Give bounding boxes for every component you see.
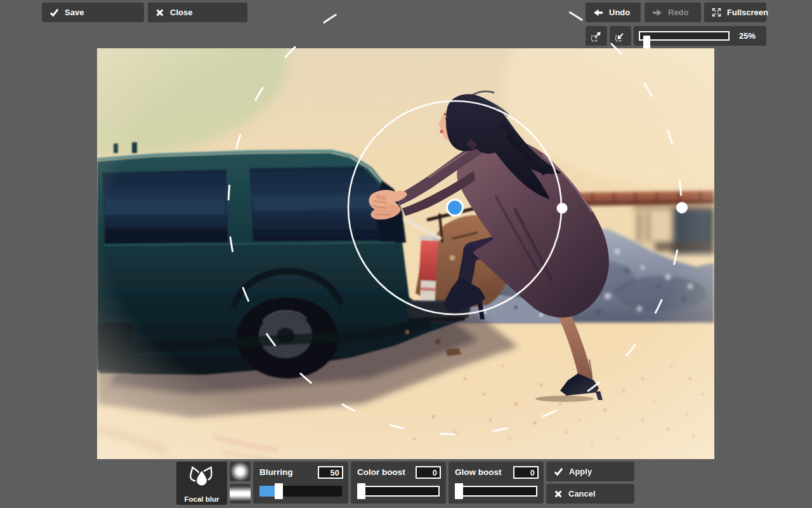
- apply-button[interactable]: Apply: [546, 462, 634, 481]
- blurring-slider-handle[interactable]: [275, 483, 283, 499]
- color-boost-label: Color boost: [357, 467, 405, 477]
- save-label: Save: [65, 8, 84, 17]
- zoom-slider-track[interactable]: [639, 31, 730, 41]
- zoom-in-icon: [590, 30, 603, 43]
- blurring-slider-fill: [259, 486, 276, 497]
- blurring-slider-track[interactable]: [259, 486, 342, 497]
- blurring-value-input[interactable]: [318, 466, 343, 479]
- fullscreen-icon: [712, 8, 721, 17]
- color-boost-slider-handle[interactable]: [357, 483, 365, 499]
- zoom-level-value: 25%: [739, 26, 756, 46]
- glow-boost-control-panel: Glow boost: [449, 462, 544, 504]
- close-button[interactable]: Close: [148, 3, 247, 22]
- zoom-out-icon: [614, 30, 627, 43]
- apply-check-icon: [554, 467, 563, 476]
- zoom-slider-handle[interactable]: [643, 36, 650, 49]
- close-label: Close: [170, 8, 192, 17]
- glow-boost-label: Glow boost: [455, 467, 502, 477]
- close-icon: [155, 8, 164, 17]
- save-button[interactable]: Save: [42, 3, 144, 22]
- blurring-control-panel: Blurring: [253, 462, 348, 504]
- glow-boost-value-input[interactable]: [513, 466, 539, 479]
- radial-blur-mode-button[interactable]: [230, 462, 251, 481]
- fullscreen-label: Fullscreen: [727, 8, 768, 17]
- focal-blur-tool[interactable]: Focal blur: [176, 462, 227, 505]
- glow-boost-slider-handle[interactable]: [455, 483, 463, 499]
- cancel-button[interactable]: Cancel: [546, 484, 634, 504]
- photo-canvas[interactable]: [97, 48, 714, 459]
- cancel-x-icon: [554, 490, 563, 498]
- zoom-out-button[interactable]: [610, 26, 631, 46]
- apply-label: Apply: [569, 467, 592, 476]
- undo-label: Undo: [609, 8, 630, 17]
- fullscreen-button[interactable]: Fullscreen: [704, 3, 766, 22]
- redo-label: Redo: [668, 8, 689, 17]
- radial-blur-icon: [230, 462, 251, 481]
- zoom-slider-panel: 25%: [634, 26, 766, 46]
- redo-button[interactable]: Redo: [645, 3, 701, 22]
- redo-arrow-icon: [652, 8, 662, 17]
- undo-arrow-icon: [593, 8, 603, 17]
- outer-radius-handle[interactable]: [676, 202, 688, 213]
- color-boost-control-panel: Color boost: [351, 462, 446, 504]
- tool-name-label: Focal blur: [185, 495, 219, 503]
- blurring-label: Blurring: [259, 467, 293, 477]
- inner-radius-handle[interactable]: [557, 203, 568, 214]
- cancel-label: Cancel: [568, 489, 596, 498]
- color-boost-value-input[interactable]: [416, 466, 441, 479]
- focal-center-handle[interactable]: [447, 200, 463, 216]
- glow-boost-slider-track[interactable]: [455, 486, 537, 497]
- color-boost-slider-track[interactable]: [357, 486, 440, 497]
- photo-illustration: [97, 48, 714, 459]
- linear-blur-mode-button[interactable]: [230, 484, 251, 504]
- linear-blur-icon: [230, 484, 251, 504]
- undo-button[interactable]: Undo: [586, 3, 641, 22]
- focal-blur-drops-icon: [187, 465, 217, 494]
- check-icon: [49, 8, 59, 17]
- zoom-in-button[interactable]: [586, 26, 607, 46]
